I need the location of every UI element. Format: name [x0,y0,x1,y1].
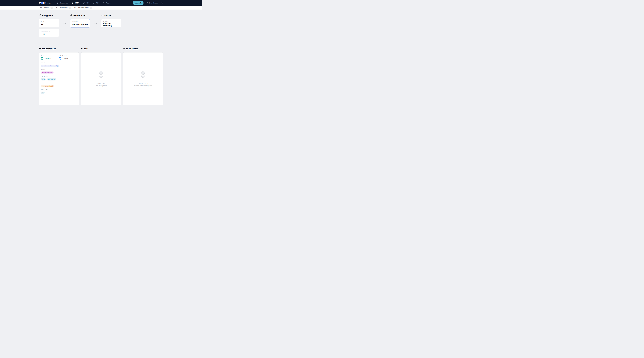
router-card[interactable]: ROUTER whoami@docker [70,19,90,28]
cubes-icon [103,2,105,4]
nav-item-dashboard[interactable]: Dashboard [57,2,68,4]
enter-icon [39,14,41,17]
theme-toggle[interactable]: Dark theme [146,2,158,4]
nav-item-http[interactable]: HTTP [72,2,79,4]
nav-item-plugins[interactable]: Plugins [103,2,111,4]
section-title-text: Service [104,14,111,17]
logo-ae-glyph: æ [41,2,43,4]
entrypoints-field: ENTRYPOINTS web websecure [41,76,77,80]
name-field: NAME whoami@docker [41,69,77,74]
main-content: Entrypoints WEB :80 WEBSECURE :443 [0,10,202,105]
tls-column: TLS There is no TLS configured [81,48,121,105]
priority-value-pill: 24 [41,92,45,94]
main-nav: Dashboard HTTP TCP [57,2,111,4]
card-value: :80 [40,23,57,26]
section-title-text: Router Details [42,48,56,50]
rule-field: RULE Host(`whoami.localhost`) [41,62,77,67]
tab-http-middlewares[interactable]: HTTP Middlewares 2 [74,7,92,9]
entrypoints-label: ENTRYPOINTS [41,76,77,77]
tls-title: TLS [81,48,121,50]
middlewares-title: Middlewares [123,48,163,50]
service-label: SERVICE [41,82,77,84]
globe-icon [72,2,74,4]
name-label: NAME [41,69,77,70]
logo-text: træfik [39,2,46,5]
docker-icon [59,57,62,60]
priority-field: PRIORITY 24 [41,89,77,94]
entrypoint-card-web: WEB :80 [39,19,59,27]
nav-label: TCP [86,2,89,4]
service-field: SERVICE whoami-xxsheddy [41,82,77,87]
router-details-title: Router Details [39,48,79,50]
middlewares-column: Middlewares There are no Middlewares co [123,48,163,105]
middlewares-empty-message: There are no Middlewares configured [134,82,152,87]
entrypoint-pill-websecure: websecure [47,78,56,80]
help-button[interactable] [161,2,163,4]
provider-field: PROVIDER [59,55,77,60]
tab-count-badge: 2 [90,7,92,9]
traefik-logo[interactable]: træfik 3.3.6 [39,2,51,5]
entrypoint-card-websecure: WEBSECURE :443 [39,29,59,37]
connector-icon [83,2,85,4]
card-label: ROUTER [72,21,88,22]
service-value-pill: whoami-xxsheddy [41,85,54,87]
router-section-title: HTTP Router [70,14,90,17]
lightning-icon [101,14,103,17]
entrypoints-section-title: Entrypoints [39,14,59,17]
success-check-icon [41,57,44,60]
name-value-pill: whoami@docker [41,71,54,74]
nav-item-tcp[interactable]: TCP [83,2,89,4]
droplet-icon [146,2,148,4]
shield-icon [81,48,83,50]
service-section-title: Service [101,14,121,17]
rule-value-pill: Host(`whoami.localhost`) [41,65,59,67]
priority-label: PRIORITY [41,89,77,90]
tls-empty-message: There is no TLS configured [95,82,107,87]
router-details-column: Router Details STATUS [39,48,79,105]
nav-label: Dashboard [60,2,68,4]
http-subnav: HTTP Routers 3 HTTP Services 4 HTTP Midd… [0,6,202,10]
status-label: STATUS [41,55,59,56]
provider-label: PROVIDER [59,55,77,56]
connector-icon [92,2,95,4]
middlewares-card: There are no Middlewares configured [123,52,163,105]
entrypoint-pill-web: web [41,78,46,80]
entrypoints-column: Entrypoints WEB :80 WEBSECURE :443 [39,14,59,37]
tab-label: HTTP Routers [39,7,50,9]
upgrade-button[interactable]: Upgrade [133,1,144,5]
nav-label: HTTP [74,2,79,4]
nav-label: UDP [96,2,99,4]
card-label: SERVICE [103,21,119,22]
tab-count-badge: 4 [68,7,71,9]
service-column: Service SERVICE whoami-xxsheddy [101,14,121,27]
router-column: HTTP Router ROUTER whoami@docker [70,14,90,28]
tab-http-services[interactable]: HTTP Services 4 [56,7,71,9]
pipeline-arrow [59,14,70,37]
status-field: STATUS Success [41,55,59,60]
tab-http-routers[interactable]: HTTP Routers 3 [39,7,53,9]
pipeline-arrow [90,14,101,37]
rule-label: RULE [41,62,77,64]
tls-card: There is no TLS configured [81,52,121,105]
card-value: whoami@docker [72,23,88,26]
nav-item-udp[interactable]: UDP [92,2,99,4]
service-card[interactable]: SERVICE whoami-xxsheddy [101,19,121,27]
section-title-text: HTTP Router [74,14,86,17]
top-navbar: træfik 3.3.6 Dashboard HTTP [0,0,202,6]
version-label: 3.3.6 [48,2,51,4]
theme-label: Dark theme [149,2,158,4]
router-details-card: STATUS Success [39,52,79,105]
tab-count-badge: 3 [50,7,53,9]
home-icon [57,2,59,4]
status-value: Success [45,58,51,60]
card-label: WEBSECURE [40,31,57,32]
card-value: :443 [40,33,57,35]
card-label: WEB [40,21,57,22]
empty-layers-icon [97,71,105,79]
section-title-text: Middlewares [126,48,138,50]
details-row: Router Details STATUS [39,48,163,105]
layers-icon [123,48,125,50]
tab-label: HTTP Middlewares [74,7,88,9]
section-title-text: TLS [84,48,88,50]
section-title-text: Entrypoints [42,14,53,17]
